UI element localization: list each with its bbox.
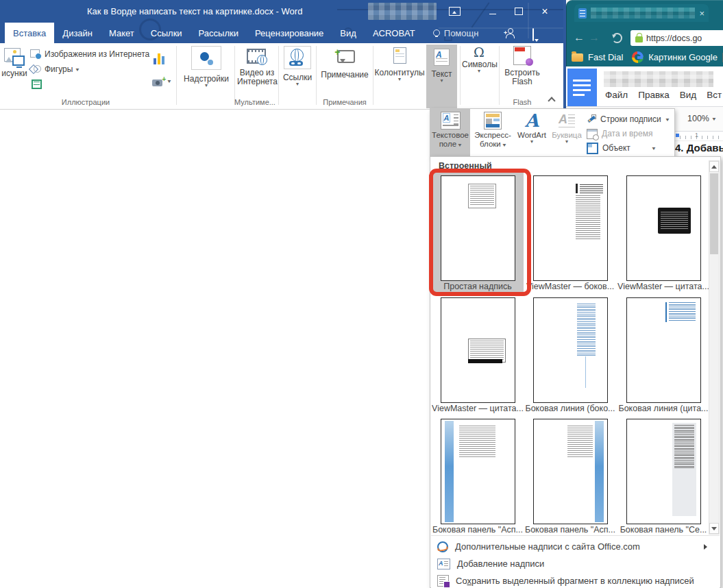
gallery-item[interactable]: ViewMaster — цитата...: [432, 294, 524, 415]
symbols-button[interactable]: Ω Символы ▾: [462, 45, 496, 73]
shapes-label: Фигуры: [45, 64, 73, 74]
chart-button[interactable]: [154, 51, 166, 66]
zoom-value: 100%: [687, 114, 709, 123]
menu-draw-textbox[interactable]: A Добавление надписи: [432, 555, 718, 572]
online-video-button[interactable]: Видео из Интернета: [237, 47, 277, 86]
bookmark-google-images[interactable]: Картинки Google: [648, 52, 718, 62]
address-bar[interactable]: https://docs.go: [630, 30, 723, 46]
bookmark-fast-dial[interactable]: Fast Dial: [588, 52, 623, 62]
tab-layout[interactable]: Макет: [101, 23, 143, 43]
links-button[interactable]: Ссылки ▾: [281, 46, 314, 86]
docs-menu-file[interactable]: Файл: [605, 90, 628, 100]
menu-label: Сохранить выделенный фрагмент в коллекци…: [456, 576, 694, 586]
comments-group-label: Примечания: [318, 98, 371, 108]
shapes-icon: [30, 64, 41, 74]
links-icon-frame: [284, 46, 311, 69]
tab-insert[interactable]: Вставка: [5, 23, 54, 43]
text-icon: A: [434, 49, 450, 66]
browser-tab[interactable]: ×: [574, 4, 709, 22]
office-com-icon: [437, 541, 448, 552]
close-button[interactable]: ×: [536, 2, 554, 21]
tab-review[interactable]: Рецензирование: [247, 23, 332, 43]
addins-button[interactable]: Надстройки ▾: [180, 46, 232, 88]
gallery-item[interactable]: Боковая панель "Асп...: [432, 415, 524, 536]
textbox-gallery-button[interactable]: A Текстовое поле ▾: [430, 109, 470, 157]
date-time-icon: [587, 129, 598, 139]
signature-pen-icon: [587, 114, 596, 124]
docs-menu-insert[interactable]: Вст: [707, 90, 722, 100]
pictures-button[interactable]: исунки: [0, 47, 29, 78]
gallery-item[interactable]: Боковая линия (цита...: [617, 294, 709, 415]
gallery-item[interactable]: Боковая панель "Асп...: [524, 415, 616, 536]
title-bar: Как в Ворде написать текст на картинке.d…: [0, 0, 563, 23]
menu-more-textboxes-office[interactable]: Дополнительные надписи с сайта Office.co…: [432, 538, 718, 555]
scroll-down-button[interactable]: [709, 523, 719, 534]
scroll-up-button[interactable]: [709, 161, 719, 172]
screenshot-button[interactable]: + ▾: [152, 76, 171, 86]
header-footer-button[interactable]: Колонтитулы ▾: [374, 47, 425, 82]
tab-view[interactable]: Вид: [332, 23, 365, 43]
browser-chrome: × ← → https://docs.go Fast Dial Картинки…: [566, 0, 723, 66]
reload-button[interactable]: [612, 33, 622, 43]
dropdown-caret: ▾: [515, 140, 548, 144]
tab-mailings[interactable]: Рассылки: [191, 23, 247, 43]
bookmarks-bar: Fast Dial Картинки Google: [566, 48, 723, 66]
docs-menu-button[interactable]: [567, 69, 597, 107]
embed-flash-icon: [513, 46, 531, 65]
docs-zoom-control[interactable]: 100% ▾: [687, 114, 715, 123]
red-annotation-box: [429, 169, 531, 296]
docs-menu-view[interactable]: Вид: [680, 90, 696, 100]
gallery-item[interactable]: ViewMaster — цитата...: [617, 172, 709, 293]
quick-parts-icon: [484, 112, 502, 130]
pictures-icon: [4, 48, 25, 66]
menu-save-selection-to-gallery[interactable]: Сохранить выделенный фрагмент в коллекци…: [432, 572, 718, 588]
text-group-button-pressed[interactable]: A Текст ▾: [426, 45, 457, 108]
gallery-thumbnail: [533, 297, 608, 403]
docs-menu-edit[interactable]: Правка: [638, 90, 670, 100]
gallery-item[interactable]: Боковая панель "Се...: [617, 415, 709, 536]
embed-flash-button[interactable]: Встроить Flash: [502, 46, 543, 86]
tell-me-help[interactable]: Помощн: [433, 23, 479, 43]
quick-parts-button[interactable]: Экспресс-блоки ▾: [471, 109, 514, 157]
gallery-item-label: Боковая линия (боко...: [524, 404, 616, 413]
links-icon: [289, 49, 306, 66]
scrollbar-thumb[interactable]: [710, 173, 718, 254]
gallery-item-label: Боковая панель "Асп...: [432, 525, 524, 535]
minimize-button[interactable]: [484, 2, 502, 21]
comment-button[interactable]: + Примечание: [318, 47, 371, 79]
ribbon-display-options-button[interactable]: [445, 2, 463, 21]
wordart-button[interactable]: A WordArt ▾: [515, 109, 548, 157]
close-icon: ×: [541, 6, 548, 17]
docs-menu-bar: Файл Правка Вид Вст: [605, 90, 722, 100]
omega-icon: Ω: [462, 45, 496, 60]
ribbon: исунки Изображения из Интернета Фигуры ▾…: [0, 43, 563, 110]
minimize-icon: [489, 14, 496, 14]
gallery-item[interactable]: Боковая линия (боко...: [524, 294, 616, 415]
comments-button[interactable]: [532, 29, 534, 41]
dropdown-caret: ▾: [652, 145, 655, 151]
header-footer-icon: [393, 47, 406, 64]
signature-line-button[interactable]: Строки подписи ▾: [587, 112, 673, 126]
word-window-top: Как в Ворде написать текст на картинке.d…: [0, 0, 563, 43]
save-to-gallery-icon: [437, 575, 449, 587]
forward-button[interactable]: →: [589, 32, 600, 44]
gallery-scrollbar[interactable]: [709, 160, 720, 535]
textbox-label: Текстовое поле ▾: [430, 131, 470, 149]
smartart-button[interactable]: [32, 79, 42, 89]
online-pictures-label: Изображения из Интернета: [45, 49, 149, 59]
collapse-ribbon-button[interactable]: [548, 95, 555, 105]
comment-label: Примечание: [318, 70, 371, 79]
tab-acrobat[interactable]: ACROBAT: [365, 23, 424, 43]
online-pictures-button[interactable]: Изображения из Интернета: [30, 49, 149, 59]
back-button[interactable]: ←: [574, 32, 585, 44]
shapes-button[interactable]: Фигуры ▾: [30, 64, 79, 74]
gallery-item-label: Боковая линия (цита...: [617, 404, 709, 413]
tab-close-icon[interactable]: ×: [699, 9, 704, 18]
object-button[interactable]: Объект ▾: [587, 141, 673, 155]
ribbon-display-icon: [449, 7, 461, 16]
gallery-item[interactable]: ViewMaster — боков...: [524, 172, 616, 293]
tab-design[interactable]: Дизайн: [54, 23, 101, 43]
up-arrow-icon: [711, 162, 717, 169]
tab-references[interactable]: Ссылки: [143, 23, 191, 43]
maximize-button[interactable]: [510, 2, 528, 21]
